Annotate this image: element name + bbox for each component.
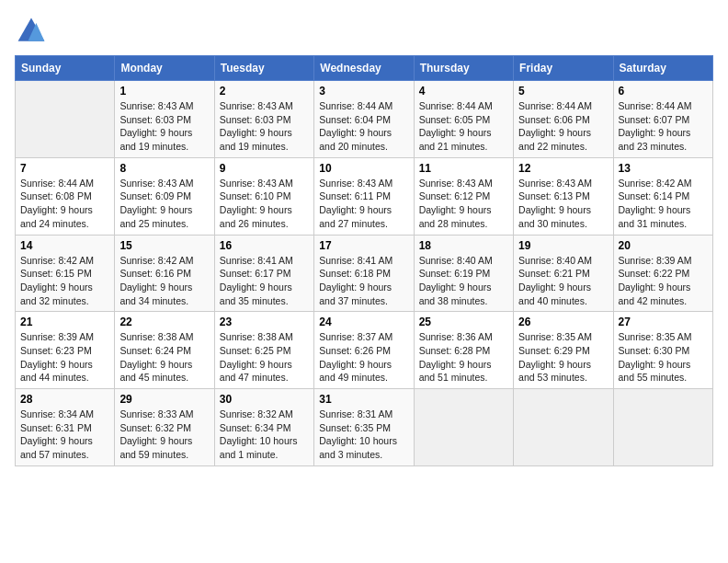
day-number: 28 xyxy=(20,393,109,406)
week-row-1: 7Sunrise: 8:44 AM Sunset: 6:08 PM Daylig… xyxy=(16,157,713,235)
day-cell: 11Sunrise: 8:43 AM Sunset: 6:12 PM Dayli… xyxy=(414,157,513,235)
day-cell: 10Sunrise: 8:43 AM Sunset: 6:11 PM Dayli… xyxy=(314,157,414,235)
day-number: 9 xyxy=(220,162,309,175)
day-cell: 4Sunrise: 8:44 AM Sunset: 6:05 PM Daylig… xyxy=(414,81,513,158)
header-cell-tuesday: Tuesday xyxy=(214,56,313,81)
calendar-header: SundayMondayTuesdayWednesdayThursdayFrid… xyxy=(16,56,713,81)
header-cell-thursday: Thursday xyxy=(414,56,513,81)
day-number: 17 xyxy=(319,239,408,252)
day-number: 14 xyxy=(20,239,109,252)
day-info: Sunrise: 8:35 AM Sunset: 6:30 PM Dayligh… xyxy=(619,330,708,385)
day-info: Sunrise: 8:42 AM Sunset: 6:15 PM Dayligh… xyxy=(20,254,109,308)
day-info: Sunrise: 8:34 AM Sunset: 6:31 PM Dayligh… xyxy=(20,408,109,462)
day-cell: 8Sunrise: 8:43 AM Sunset: 6:09 PM Daylig… xyxy=(115,157,214,235)
day-info: Sunrise: 8:40 AM Sunset: 6:19 PM Dayligh… xyxy=(419,254,508,308)
day-info: Sunrise: 8:43 AM Sunset: 6:13 PM Dayligh… xyxy=(518,177,608,231)
day-info: Sunrise: 8:43 AM Sunset: 6:03 PM Dayligh… xyxy=(119,99,209,154)
day-cell: 18Sunrise: 8:40 AM Sunset: 6:19 PM Dayli… xyxy=(414,235,513,312)
day-info: Sunrise: 8:42 AM Sunset: 6:14 PM Dayligh… xyxy=(619,177,708,231)
day-cell: 12Sunrise: 8:43 AM Sunset: 6:13 PM Dayli… xyxy=(514,157,613,235)
day-cell: 7Sunrise: 8:44 AM Sunset: 6:08 PM Daylig… xyxy=(16,157,115,235)
day-info: Sunrise: 8:44 AM Sunset: 6:08 PM Dayligh… xyxy=(20,177,109,231)
day-number: 27 xyxy=(619,316,708,328)
day-number: 8 xyxy=(119,162,209,175)
header-cell-monday: Monday xyxy=(115,56,214,81)
calendar-body: 1Sunrise: 8:43 AM Sunset: 6:03 PM Daylig… xyxy=(16,81,713,466)
day-info: Sunrise: 8:43 AM Sunset: 6:11 PM Dayligh… xyxy=(319,177,408,231)
day-number: 18 xyxy=(419,239,508,252)
day-number: 3 xyxy=(319,85,408,98)
day-cell: 25Sunrise: 8:36 AM Sunset: 6:28 PM Dayli… xyxy=(414,312,513,389)
day-info: Sunrise: 8:37 AM Sunset: 6:26 PM Dayligh… xyxy=(319,330,408,385)
day-info: Sunrise: 8:39 AM Sunset: 6:22 PM Dayligh… xyxy=(619,254,708,308)
day-number: 29 xyxy=(119,393,209,406)
day-cell xyxy=(613,389,712,466)
day-info: Sunrise: 8:44 AM Sunset: 6:04 PM Dayligh… xyxy=(319,99,408,154)
day-number: 16 xyxy=(220,239,309,252)
day-info: Sunrise: 8:35 AM Sunset: 6:29 PM Dayligh… xyxy=(518,330,608,385)
day-cell: 27Sunrise: 8:35 AM Sunset: 6:30 PM Dayli… xyxy=(613,312,712,389)
day-cell: 14Sunrise: 8:42 AM Sunset: 6:15 PM Dayli… xyxy=(16,235,115,312)
day-cell: 16Sunrise: 8:41 AM Sunset: 6:17 PM Dayli… xyxy=(214,235,313,312)
day-number: 21 xyxy=(20,316,109,328)
day-info: Sunrise: 8:43 AM Sunset: 6:12 PM Dayligh… xyxy=(419,177,508,231)
day-info: Sunrise: 8:41 AM Sunset: 6:18 PM Dayligh… xyxy=(319,254,408,308)
day-cell: 31Sunrise: 8:31 AM Sunset: 6:35 PM Dayli… xyxy=(314,389,414,466)
day-cell: 3Sunrise: 8:44 AM Sunset: 6:04 PM Daylig… xyxy=(314,81,414,158)
day-number: 1 xyxy=(119,85,209,98)
week-row-4: 28Sunrise: 8:34 AM Sunset: 6:31 PM Dayli… xyxy=(16,389,713,466)
day-cell: 30Sunrise: 8:32 AM Sunset: 6:34 PM Dayli… xyxy=(214,389,313,466)
day-info: Sunrise: 8:43 AM Sunset: 6:03 PM Dayligh… xyxy=(220,99,309,154)
day-info: Sunrise: 8:31 AM Sunset: 6:35 PM Dayligh… xyxy=(319,408,408,462)
day-cell xyxy=(16,81,115,158)
header-cell-wednesday: Wednesday xyxy=(314,56,414,81)
week-row-2: 14Sunrise: 8:42 AM Sunset: 6:15 PM Dayli… xyxy=(16,235,713,312)
day-number: 2 xyxy=(220,85,309,98)
day-number: 20 xyxy=(619,239,708,252)
day-cell: 2Sunrise: 8:43 AM Sunset: 6:03 PM Daylig… xyxy=(214,81,313,158)
day-number: 25 xyxy=(419,316,508,328)
day-cell: 29Sunrise: 8:33 AM Sunset: 6:32 PM Dayli… xyxy=(115,389,214,466)
day-cell: 20Sunrise: 8:39 AM Sunset: 6:22 PM Dayli… xyxy=(613,235,712,312)
header-row: SundayMondayTuesdayWednesdayThursdayFrid… xyxy=(16,56,713,81)
day-number: 26 xyxy=(518,316,608,328)
page-header xyxy=(15,15,713,48)
day-cell: 17Sunrise: 8:41 AM Sunset: 6:18 PM Dayli… xyxy=(314,235,414,312)
day-number: 22 xyxy=(119,316,209,328)
day-info: Sunrise: 8:44 AM Sunset: 6:06 PM Dayligh… xyxy=(518,99,608,154)
day-info: Sunrise: 8:33 AM Sunset: 6:32 PM Dayligh… xyxy=(119,408,209,462)
day-info: Sunrise: 8:32 AM Sunset: 6:34 PM Dayligh… xyxy=(220,408,309,462)
day-info: Sunrise: 8:40 AM Sunset: 6:21 PM Dayligh… xyxy=(518,254,608,308)
day-number: 23 xyxy=(220,316,309,328)
day-info: Sunrise: 8:38 AM Sunset: 6:25 PM Dayligh… xyxy=(220,330,309,385)
day-info: Sunrise: 8:38 AM Sunset: 6:24 PM Dayligh… xyxy=(119,330,209,385)
day-info: Sunrise: 8:36 AM Sunset: 6:28 PM Dayligh… xyxy=(419,330,508,385)
day-info: Sunrise: 8:44 AM Sunset: 6:05 PM Dayligh… xyxy=(419,99,508,154)
day-cell xyxy=(414,389,513,466)
logo xyxy=(15,15,51,48)
day-info: Sunrise: 8:44 AM Sunset: 6:07 PM Dayligh… xyxy=(619,99,708,154)
day-info: Sunrise: 8:39 AM Sunset: 6:23 PM Dayligh… xyxy=(20,330,109,385)
day-number: 7 xyxy=(20,162,109,175)
day-cell xyxy=(514,389,613,466)
day-cell: 1Sunrise: 8:43 AM Sunset: 6:03 PM Daylig… xyxy=(115,81,214,158)
day-number: 24 xyxy=(319,316,408,328)
logo-icon xyxy=(15,15,48,48)
week-row-3: 21Sunrise: 8:39 AM Sunset: 6:23 PM Dayli… xyxy=(16,312,713,389)
day-number: 12 xyxy=(518,162,608,175)
day-cell: 26Sunrise: 8:35 AM Sunset: 6:29 PM Dayli… xyxy=(514,312,613,389)
day-number: 19 xyxy=(518,239,608,252)
day-number: 6 xyxy=(619,85,708,98)
day-cell: 9Sunrise: 8:43 AM Sunset: 6:10 PM Daylig… xyxy=(214,157,313,235)
day-cell: 22Sunrise: 8:38 AM Sunset: 6:24 PM Dayli… xyxy=(115,312,214,389)
day-cell: 6Sunrise: 8:44 AM Sunset: 6:07 PM Daylig… xyxy=(613,81,712,158)
day-number: 11 xyxy=(419,162,508,175)
day-number: 30 xyxy=(220,393,309,406)
header-cell-friday: Friday xyxy=(514,56,613,81)
day-info: Sunrise: 8:42 AM Sunset: 6:16 PM Dayligh… xyxy=(119,254,209,308)
day-cell: 28Sunrise: 8:34 AM Sunset: 6:31 PM Dayli… xyxy=(16,389,115,466)
day-cell: 15Sunrise: 8:42 AM Sunset: 6:16 PM Dayli… xyxy=(115,235,214,312)
calendar-table: SundayMondayTuesdayWednesdayThursdayFrid… xyxy=(15,55,713,466)
day-cell: 13Sunrise: 8:42 AM Sunset: 6:14 PM Dayli… xyxy=(613,157,712,235)
week-row-0: 1Sunrise: 8:43 AM Sunset: 6:03 PM Daylig… xyxy=(16,81,713,158)
